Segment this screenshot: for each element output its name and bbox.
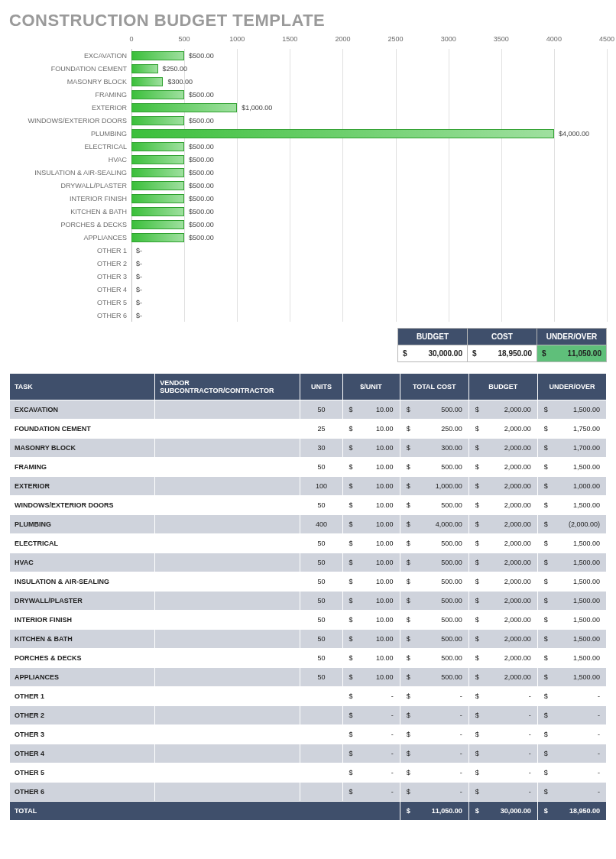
cell-total: $-	[400, 706, 468, 725]
chart-row: INSULATION & AIR-SEALING$500.00	[9, 166, 607, 179]
table-row: OTHER 5$-$-$-$-	[10, 763, 607, 783]
cell-price: $10.00	[342, 458, 400, 477]
cell-total: $500.00	[400, 668, 468, 687]
cell-task: PLUMBING	[10, 515, 155, 534]
cell-price: $-	[342, 744, 400, 763]
cell-vendor	[155, 572, 300, 592]
chart-category-label: MASONRY BLOCK	[9, 78, 131, 86]
cell-vendor	[155, 668, 300, 687]
x-tick: 3500	[494, 35, 509, 43]
cell-vendor	[155, 553, 300, 572]
cell-vendor	[155, 630, 300, 649]
cell-price: $10.00	[342, 572, 400, 592]
chart-bar-label: $500.00	[189, 52, 214, 60]
cell-task: OTHER 5	[10, 763, 155, 783]
cell-vendor	[155, 687, 300, 706]
cell-task: DRYWALL/PLASTER	[10, 592, 155, 611]
chart-bar-label: $-	[136, 260, 142, 267]
cell-vendor	[155, 515, 300, 534]
cell-units: 50	[300, 668, 342, 687]
cell-price: $10.00	[342, 668, 400, 687]
cell-task: KITCHEN & BATH	[10, 630, 155, 649]
cell-under: $1,500.00	[537, 592, 606, 611]
table-row: KITCHEN & BATH50$10.00$500.00$2,000.00$1…	[10, 630, 607, 649]
x-tick: 0	[129, 35, 133, 43]
chart-row: ELECTRICAL$500.00	[9, 140, 607, 153]
cell-units: 50	[300, 611, 342, 630]
summary-box: BUDGET COST UNDER/OVER $30,000.00 $18,95…	[9, 328, 607, 362]
summary-under: $11,050.00	[537, 345, 607, 362]
cell-units: 400	[300, 515, 342, 534]
cell-under: $-	[537, 744, 606, 763]
table-row: ELECTRICAL50$10.00$500.00$2,000.00$1,500…	[10, 534, 607, 553]
total-total: $11,050.00	[400, 802, 468, 821]
budget-table: TASK VENDOR SUBCONTRACTOR/CONTRACTOR UNI…	[9, 373, 607, 821]
chart-bar-label: $-	[136, 286, 142, 293]
chart-row: OTHER 6$-	[9, 309, 607, 322]
cell-budget: $2,000.00	[468, 592, 537, 611]
table-row: MASONRY BLOCK30$10.00$300.00$2,000.00$1,…	[10, 439, 607, 458]
cell-total: $500.00	[400, 496, 468, 515]
cell-budget: $-	[468, 706, 537, 725]
cell-total: $500.00	[400, 400, 468, 420]
chart-bar	[131, 194, 184, 203]
chart-bar-label: $-	[136, 312, 142, 319]
table-row: OTHER 6$-$-$-$-	[10, 783, 607, 802]
chart-row: OTHER 1$-	[9, 244, 607, 257]
cell-under: $1,700.00	[537, 439, 606, 458]
cell-units	[300, 687, 342, 706]
cell-units: 50	[300, 534, 342, 553]
col-unitprice: $/UNIT	[342, 374, 400, 400]
chart-row: KITCHEN & BATH$500.00	[9, 205, 607, 218]
chart-category-label: EXCAVATION	[9, 52, 131, 60]
chart-row: MASONRY BLOCK$300.00	[9, 75, 607, 88]
cell-total: $500.00	[400, 630, 468, 649]
cell-price: $10.00	[342, 592, 400, 611]
cell-units	[300, 783, 342, 802]
cell-vendor	[155, 763, 300, 783]
chart-category-label: FRAMING	[9, 91, 131, 99]
cell-under: $1,500.00	[537, 668, 606, 687]
summary-header-cost: COST	[468, 329, 537, 345]
cell-price: $-	[342, 687, 400, 706]
table-row: PLUMBING400$10.00$4,000.00$2,000.00$(2,0…	[10, 515, 607, 534]
cell-vendor	[155, 592, 300, 611]
cell-units: 50	[300, 630, 342, 649]
chart-row: APPLIANCES$500.00	[9, 231, 607, 244]
cell-under: $-	[537, 687, 606, 706]
cell-total: $500.00	[400, 611, 468, 630]
chart-row: OTHER 3$-	[9, 270, 607, 283]
chart-category-label: PLUMBING	[9, 130, 131, 138]
cell-vendor	[155, 400, 300, 420]
cell-price: $10.00	[342, 534, 400, 553]
cell-price: $-	[342, 763, 400, 783]
chart-bar-label: $500.00	[189, 91, 214, 99]
cell-task: APPLIANCES	[10, 668, 155, 687]
cell-total: $500.00	[400, 534, 468, 553]
cell-under: $1,000.00	[537, 477, 606, 496]
cell-total: $-	[400, 725, 468, 744]
cell-price: $-	[342, 706, 400, 725]
cell-units: 50	[300, 458, 342, 477]
cell-under: $1,500.00	[537, 553, 606, 572]
chart-row: INTERIOR FINISH$500.00	[9, 192, 607, 205]
x-tick: 4000	[546, 35, 562, 43]
cell-budget: $2,000.00	[468, 668, 537, 687]
summary-header-under: UNDER/OVER	[537, 329, 607, 345]
cell-total: $-	[400, 687, 468, 706]
table-row: EXCAVATION50$10.00$500.00$2,000.00$1,500…	[10, 400, 607, 420]
cell-budget: $2,000.00	[468, 534, 537, 553]
table-row: INTERIOR FINISH50$10.00$500.00$2,000.00$…	[10, 611, 607, 630]
chart-category-label: OTHER 2	[9, 260, 131, 267]
col-under: UNDER/OVER	[537, 374, 606, 400]
chart-bar	[131, 129, 554, 138]
col-budget: BUDGET	[468, 374, 537, 400]
chart-row: EXTERIOR$1,000.00	[9, 101, 607, 114]
chart-category-label: DRYWALL/PLASTER	[9, 182, 131, 190]
chart-row: WINDOWS/EXTERIOR DOORS$500.00	[9, 114, 607, 127]
table-row: EXTERIOR100$10.00$1,000.00$2,000.00$1,00…	[10, 477, 607, 496]
cell-price: $10.00	[342, 420, 400, 439]
table-row: INSULATION & AIR-SEALING50$10.00$500.00$…	[10, 572, 607, 592]
chart-bar	[131, 77, 163, 86]
cell-budget: $-	[468, 725, 537, 744]
